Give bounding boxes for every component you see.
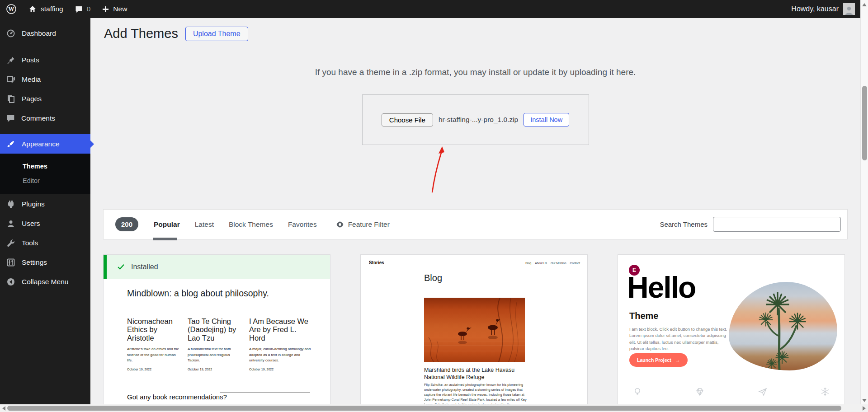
theme-upload-form: Choose File hr-staffing-...y-pro_1.0.zip… [362, 94, 589, 145]
sidebar-item-dashboard[interactable]: Dashboard [0, 23, 90, 43]
plug-icon [6, 200, 15, 209]
comments-icon [6, 114, 15, 122]
comment-bubble-icon [75, 5, 83, 13]
sidebar-item-comments[interactable]: Comments [0, 108, 90, 128]
wordpress-logo-icon: W [6, 4, 17, 14]
lightbulb-icon [632, 387, 642, 397]
sidebar-item-settings[interactable]: Settings [0, 253, 90, 272]
feature-filter-toggle[interactable]: Feature Filter [336, 220, 390, 229]
account-menu[interactable]: Howdy, kausar [791, 3, 860, 15]
preview-nav: Blog About Us Our Mission Contact [525, 262, 580, 265]
preview-nav-item: About Us [535, 262, 547, 265]
site-name: staffing [41, 5, 63, 13]
arrow-right-icon: → [675, 357, 680, 363]
horizontal-scrollbar[interactable] [0, 404, 868, 412]
hello-body-text: I am text block. Click edit button to ch… [629, 326, 732, 352]
collapse-menu-button[interactable]: Collapse Menu [0, 272, 90, 291]
sidebar-label: Pages [22, 95, 42, 103]
book-date: October 19, 2022 [127, 368, 179, 371]
dashboard-icon [6, 29, 15, 38]
book-title: Nicomachean Ethics by Aristotle [127, 317, 179, 342]
book-entry: Nicomachean Ethics by Aristotle Aristotl… [127, 317, 179, 371]
sidebar-item-posts[interactable]: Posts [0, 50, 90, 70]
scroll-left-arrow[interactable] [2, 406, 5, 411]
sidebar-item-appearance[interactable]: Appearance [0, 134, 90, 154]
divider-line [220, 393, 310, 393]
sidebar-label: Plugins [22, 200, 45, 208]
active-menu-arrow [90, 140, 94, 148]
sidebar-label: Users [22, 220, 40, 228]
comments-shortcut[interactable]: 0 [69, 0, 97, 18]
snowflake-icon [820, 387, 830, 397]
sidebar-item-plugins[interactable]: Plugins [0, 194, 90, 214]
sidebar-separator [0, 128, 90, 134]
main-content: Add Themes Upload Theme If you have a th… [90, 18, 860, 404]
scroll-right-arrow[interactable] [863, 406, 866, 411]
sidebar-label: Dashboard [22, 29, 56, 37]
site-name-link[interactable]: staffing [23, 0, 69, 18]
media-icon [6, 75, 15, 84]
submenu-item-themes[interactable]: Themes [0, 159, 90, 173]
preview-site-brand: Stories [369, 260, 384, 265]
preview-post-title: Marshland birds at the Lake Havasu Natio… [424, 366, 528, 381]
scroll-down-arrow[interactable] [862, 399, 867, 402]
new-content-menu[interactable]: New [96, 0, 133, 18]
selected-file-name: hr-staffing-...y-pro_1.0.zip [439, 116, 518, 124]
scroll-up-arrow[interactable] [862, 3, 867, 6]
wordpress-admin-screen: W staffing 0 New Howdy, kausar [0, 0, 868, 412]
active-tab-underline [153, 238, 177, 240]
sidebar-label: Appearance [22, 140, 60, 148]
preview-nav-item: Contact [570, 262, 580, 265]
sidebar-label: Media [22, 75, 41, 84]
settings-sliders-icon [6, 258, 15, 267]
book-date: October 19, 2022 [188, 368, 241, 371]
choose-file-button[interactable]: Choose File [382, 113, 433, 126]
gear-icon [336, 220, 344, 229]
page-header: Add Themes Upload Theme [90, 18, 860, 41]
theme-card-hello[interactable]: E Hello Theme I am text block. Click edi… [618, 254, 845, 412]
preview-nav-item: Our Mission [551, 262, 566, 265]
book-date: October 19, 2022 [249, 368, 313, 371]
red-annotation-arrow-icon [425, 145, 452, 195]
filter-tabs: Popular Latest Block Themes Favorites [154, 220, 317, 229]
book-title: I Am Because We Are by Fred L. Hord [249, 317, 313, 342]
upload-instructions: If you have a theme in a .zip format, yo… [90, 67, 860, 77]
vertical-scrollbar-thumb[interactable] [862, 86, 867, 160]
feature-icons-row [618, 387, 844, 397]
sidebar-label: Tools [22, 239, 38, 247]
vertical-scrollbar[interactable] [860, 0, 868, 404]
marshland-birds-photo [424, 298, 525, 362]
tab-block-themes[interactable]: Block Themes [229, 220, 273, 229]
book-entry: I Am Because We Are by Fred L. Hord A ma… [249, 317, 313, 371]
wordpress-menu[interactable]: W [0, 0, 23, 18]
upload-theme-button[interactable]: Upload Theme [185, 27, 248, 41]
submenu-item-editor[interactable]: Editor [0, 173, 90, 188]
avatar[interactable] [843, 3, 855, 15]
sidebar-item-users[interactable]: Users [0, 214, 90, 233]
sidebar-label: Settings [22, 258, 47, 267]
collapse-circle-icon [6, 277, 15, 286]
svg-text:W: W [8, 6, 14, 12]
theme-subheading: Theme [629, 311, 658, 321]
horizontal-scrollbar-thumb[interactable] [7, 406, 841, 411]
tab-popular[interactable]: Popular [154, 220, 180, 229]
howdy-text: Howdy, kausar [791, 5, 839, 13]
tab-latest[interactable]: Latest [195, 220, 214, 229]
theme-card-installed[interactable]: Installed Mindblown: a blog about philos… [103, 254, 330, 412]
admin-bar: W staffing 0 New Howdy, kausar [0, 0, 860, 18]
search-themes-label: Search Themes [660, 220, 708, 228]
bird-silhouettes-illustration [424, 298, 525, 362]
sidebar-item-media[interactable]: Media [0, 70, 90, 89]
install-now-button[interactable]: Install Now [524, 113, 569, 126]
theme-card-stories[interactable]: Stories Blog About Us Our Mission Contac… [360, 254, 588, 412]
sidebar-label: Posts [22, 56, 39, 64]
pages-icon [6, 94, 15, 103]
sidebar-item-pages[interactable]: Pages [0, 89, 90, 108]
sidebar-item-tools[interactable]: Tools [0, 233, 90, 253]
preview-blog-heading: Blog [424, 273, 442, 283]
sidebar-label: Comments [21, 114, 55, 122]
theme-preview-footer-text: Got any book recommendations? [127, 393, 227, 401]
tab-favorites[interactable]: Favorites [288, 220, 317, 229]
search-themes-input[interactable] [713, 217, 841, 232]
wrench-icon [6, 239, 15, 248]
